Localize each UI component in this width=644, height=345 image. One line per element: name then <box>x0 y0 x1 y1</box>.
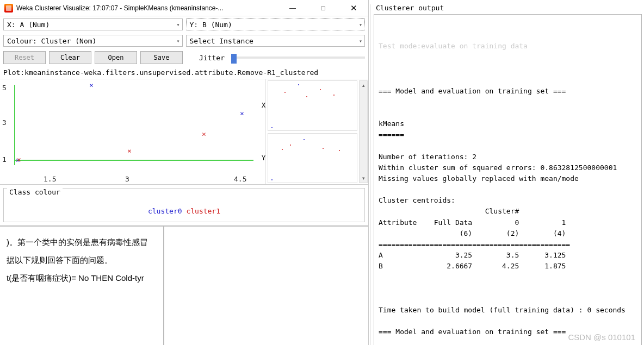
watermark: CSDN @s 010101 <box>568 333 635 342</box>
y-tick: 5 <box>2 84 7 92</box>
x-axis-combo[interactable]: X: A (Num) ▾ <box>3 18 183 30</box>
chevron-down-icon: ▾ <box>176 38 179 44</box>
document-text-panel: )。第一个类中的实例是患有病毒性感冒 据以下规则回答下面的问题。 t(是否有咽痛… <box>0 227 164 345</box>
y-axis-line <box>14 85 15 165</box>
data-point: × <box>127 147 132 155</box>
colour-combo[interactable]: Colour: Cluster (Nom) ▾ <box>3 35 183 47</box>
mini-plot-y-label: Y <box>262 154 265 162</box>
reset-button: Reset <box>3 51 46 64</box>
jitter-thumb[interactable] <box>231 54 237 64</box>
window-minimize[interactable]: — <box>282 1 303 15</box>
chevron-up-icon[interactable]: ▴ <box>360 81 367 90</box>
jitter-slider[interactable] <box>231 57 365 59</box>
x-tick: 3 <box>125 175 129 183</box>
text-line: )。第一个类中的实例是患有病毒性感冒 <box>7 233 157 251</box>
empty-panel <box>164 227 368 345</box>
clear-button[interactable]: Clear <box>49 51 91 64</box>
jitter-label: Jitter <box>199 54 225 62</box>
window-title: Weka Clusterer Visualize: 17:07:07 - Sim… <box>16 4 282 12</box>
x-tick: 1.5 <box>44 175 56 183</box>
java-icon <box>4 4 13 12</box>
legend-cluster1: cluster1 <box>186 207 220 215</box>
output-ghost-line: Test mode:evaluate on training data <box>379 41 637 52</box>
window-close[interactable]: ✕ <box>343 1 364 15</box>
legend-cluster0: cluster0 <box>148 207 182 215</box>
scatter-plot[interactable]: 5 3 1 1.5 3 4.5 × × × × × × <box>0 79 265 184</box>
output-frame: Clusterer output Test mode:evaluate on t… <box>370 4 643 345</box>
save-button[interactable]: Save <box>140 51 183 64</box>
chevron-down-icon: ▾ <box>359 22 362 28</box>
y-tick: 1 <box>2 155 7 164</box>
clusterer-output[interactable]: Test mode:evaluate on training data === … <box>374 14 642 345</box>
x-axis-line <box>14 160 253 161</box>
x-tick: 4.5 <box>234 175 246 183</box>
y-tick: 3 <box>2 118 7 127</box>
chevron-down-icon: ▾ <box>359 38 362 44</box>
select-instance-label: Select Instance <box>190 37 253 45</box>
mini-plot-x-label: X <box>262 102 265 109</box>
class-colour-caption: Class colour <box>7 188 63 196</box>
side-scrollbar[interactable]: ▴ ▾ <box>359 80 368 183</box>
data-point: × <box>17 155 21 164</box>
data-point: × <box>202 130 206 138</box>
chevron-down-icon[interactable]: ▾ <box>360 174 367 183</box>
data-point: × <box>240 109 244 117</box>
output-caption: Clusterer output <box>374 4 446 12</box>
y-axis-combo[interactable]: Y: B (Num) ▾ <box>186 18 366 30</box>
chevron-down-icon: ▾ <box>176 22 179 28</box>
data-point: × <box>89 81 94 89</box>
mini-plot-x[interactable]: X <box>268 80 357 131</box>
select-instance-combo[interactable]: Select Instance ▾ <box>186 35 366 47</box>
text-line: t(是否有咽痛症状)= No THEN Cold-tyr <box>7 269 157 287</box>
plot-title: Plot:kmeaninstance-weka.filters.unsuperv… <box>0 66 368 79</box>
text-line: 据以下规则回答下面的问题。 <box>7 251 157 269</box>
y-axis-label: Y: B (Num) <box>190 21 232 29</box>
x-axis-label: X: A (Num) <box>7 21 49 29</box>
output-text: === Model and evaluation on training set… <box>379 75 637 345</box>
class-colour-panel: Class colour cluster0 cluster1 <box>3 188 365 222</box>
side-plots: X Y ▴ <box>265 79 368 184</box>
mini-plot-y[interactable]: Y <box>268 133 357 184</box>
window-maximize[interactable]: □ <box>313 1 333 15</box>
window-titlebar: Weka Clusterer Visualize: 17:07:07 - Sim… <box>0 0 368 16</box>
colour-label: Colour: Cluster (Nom) <box>7 37 96 45</box>
open-button[interactable]: Open <box>95 51 137 64</box>
